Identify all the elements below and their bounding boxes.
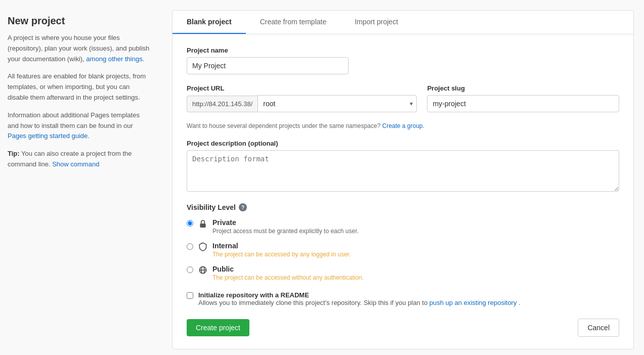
public-radio[interactable] <box>187 267 193 273</box>
description-label: Project description (optional) <box>187 140 619 147</box>
create-group-link[interactable]: Create a group. <box>382 122 424 129</box>
namespace-select[interactable]: root <box>257 95 417 112</box>
features-text: All features are enabled for blank proje… <box>8 71 152 103</box>
create-project-button[interactable]: Create project <box>187 319 249 336</box>
visibility-title: Visibility Level ? <box>187 203 619 211</box>
tab-import-project[interactable]: Import project <box>340 11 412 34</box>
url-select-wrapper: root ▾ <box>257 95 417 112</box>
globe-icon <box>198 265 207 275</box>
private-radio[interactable] <box>187 220 193 227</box>
private-label: Private <box>212 218 359 227</box>
url-slug-group: Project URL http://84.201.145.38/ root ▾… <box>187 84 619 112</box>
visibility-radio-group: Private Project access must be granted e… <box>187 218 619 281</box>
visibility-private-option: Private Project access must be granted e… <box>187 218 619 235</box>
project-slug-part: Project slug <box>427 84 619 112</box>
public-label: Public <box>212 265 364 273</box>
project-url-label: Project URL <box>187 84 417 92</box>
intro-text: A project is where you house your files … <box>8 33 152 64</box>
project-name-group: Project name <box>187 47 619 74</box>
project-name-label: Project name <box>187 47 619 54</box>
public-desc: The project can be accessed without any … <box>212 274 364 281</box>
shield-icon <box>198 242 207 251</box>
pages-guide-link[interactable]: Pages getting started guide <box>8 132 88 140</box>
visibility-group: Visibility Level ? Private Project acces… <box>187 203 619 281</box>
url-prefix: http://84.201.145.38/ <box>187 96 257 112</box>
sidebar: New project A project is where you house… <box>5 10 157 349</box>
pages-text: Information about additional Pages templ… <box>8 110 152 142</box>
page-title: New project <box>8 15 152 27</box>
internal-label-group: Internal The project can be accessed by … <box>212 242 351 258</box>
description-input[interactable] <box>187 150 619 192</box>
show-command-link[interactable]: Show command <box>52 160 99 168</box>
internal-radio[interactable] <box>187 243 193 250</box>
internal-label: Internal <box>212 242 351 250</box>
among-other-things-link[interactable]: among other things <box>86 55 142 63</box>
svg-rect-0 <box>200 224 205 228</box>
push-existing-link[interactable]: push up an existing repository <box>430 299 517 306</box>
visibility-internal-option: Internal The project can be accessed by … <box>187 242 619 258</box>
tip-text: Tip: You can also create a project from … <box>8 149 152 170</box>
project-slug-input[interactable] <box>427 95 619 112</box>
private-label-group: Private Project access must be granted e… <box>212 218 359 235</box>
project-slug-label: Project slug <box>427 84 619 92</box>
lock-icon <box>198 219 207 228</box>
tabs-bar: Blank project Create from template Impor… <box>173 11 633 34</box>
project-url-part: Project URL http://84.201.145.38/ root ▾ <box>187 84 417 112</box>
form-body: Project name Project URL http://84.201.1… <box>173 34 633 349</box>
tab-blank-project[interactable]: Blank project <box>173 11 246 34</box>
visibility-public-option: Public The project can be accessed witho… <box>187 265 619 281</box>
private-desc: Project access must be granted explicitl… <box>212 228 359 235</box>
project-name-input[interactable] <box>187 57 349 74</box>
namespace-hint: Want to house several dependent projects… <box>187 122 619 129</box>
visibility-help-icon[interactable]: ? <box>239 203 247 211</box>
readme-checkbox[interactable] <box>187 292 193 299</box>
url-row: http://84.201.145.38/ root ▾ <box>187 95 417 112</box>
form-actions: Create project Cancel <box>187 319 619 337</box>
cancel-button[interactable]: Cancel <box>578 319 619 337</box>
description-group: Project description (optional) <box>187 140 619 193</box>
internal-desc: The project can be accessed by any logge… <box>212 251 351 258</box>
tab-create-from-template[interactable]: Create from template <box>246 11 341 34</box>
public-label-group: Public The project can be accessed witho… <box>212 265 364 281</box>
readme-checkbox-row: Initialize repository with a README Allo… <box>187 291 619 306</box>
readme-label: Initialize repository with a README Allo… <box>198 291 521 306</box>
main-panel: Blank project Create from template Impor… <box>172 10 634 349</box>
